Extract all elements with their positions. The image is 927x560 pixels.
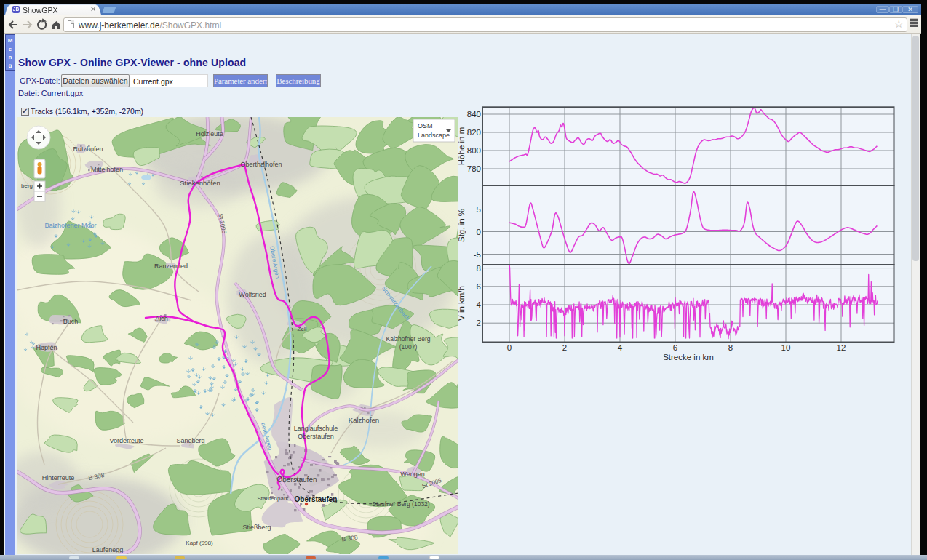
- svg-text:Oberstaufen: Oberstaufen: [298, 433, 334, 440]
- svg-text:800: 800: [467, 146, 481, 155]
- svg-text:12: 12: [837, 343, 846, 352]
- svg-text:Oberstaufen: Oberstaufen: [276, 476, 317, 484]
- svg-text:OSM: OSM: [418, 122, 433, 129]
- svg-text:Ranzenried: Ranzenried: [154, 263, 188, 270]
- svg-text:4: 4: [477, 300, 482, 309]
- svg-text:2: 2: [562, 343, 567, 352]
- svg-text:Rutzhofen: Rutzhofen: [73, 145, 103, 153]
- svg-text:Laufenegg: Laufenegg: [92, 546, 124, 553]
- svg-text:(1007): (1007): [399, 343, 418, 351]
- svg-text:Zell: Zell: [298, 326, 307, 332]
- svg-text:8: 8: [477, 264, 481, 273]
- svg-text:V in km/h: V in km/h: [458, 286, 466, 321]
- svg-text:4: 4: [618, 343, 623, 352]
- svg-text:Saneberg: Saneberg: [176, 437, 204, 444]
- svg-text:0: 0: [507, 343, 512, 352]
- svg-text:2: 2: [477, 319, 481, 327]
- svg-text:Kalzhofner Berg: Kalzhofner Berg: [386, 335, 431, 343]
- svg-text:840: 840: [467, 110, 481, 119]
- svg-text:Oberthalhofen: Oberthalhofen: [240, 161, 282, 168]
- svg-text:780: 780: [467, 164, 481, 173]
- svg-text:5: 5: [477, 205, 481, 214]
- svg-text:Stg. in %: Stg. in %: [458, 209, 466, 242]
- svg-text:Höhe in m: Höhe in m: [458, 127, 466, 165]
- svg-text:Staufner Berg (1032): Staufner Berg (1032): [372, 500, 430, 508]
- svg-text:Strecke in km: Strecke in km: [663, 353, 714, 361]
- svg-text:10: 10: [781, 343, 791, 352]
- svg-text:Mittelhofen: Mittelhofen: [91, 166, 123, 173]
- svg-text:0: 0: [477, 228, 481, 236]
- svg-text:Buch: Buch: [63, 318, 79, 325]
- svg-text:Balzhofener Moor: Balzhofener Moor: [44, 222, 96, 229]
- svg-text:Hinterreute: Hinterreute: [42, 474, 75, 481]
- svg-text:6: 6: [477, 282, 481, 291]
- svg-text:Hopfen: Hopfen: [36, 344, 57, 351]
- svg-text:Aich: Aich: [155, 315, 168, 322]
- svg-text:Kapf (998): Kapf (998): [186, 540, 213, 546]
- svg-text:Vorderreute: Vorderreute: [109, 437, 143, 444]
- svg-text:Kalzhofen: Kalzhofen: [349, 416, 379, 424]
- svg-text:6: 6: [673, 343, 677, 352]
- svg-text:Stiekenhofen: Stiekenhofen: [180, 179, 220, 187]
- svg-text:Holzleute: Holzleute: [196, 130, 223, 137]
- svg-text:Staufenpark: Staufenpark: [257, 495, 289, 502]
- svg-text:Wengen: Wengen: [400, 471, 424, 478]
- svg-text:Landscape: Landscape: [418, 132, 450, 139]
- svg-text:Oberstaufen: Oberstaufen: [295, 495, 338, 503]
- svg-text:820: 820: [467, 128, 481, 137]
- svg-text:Stießberg: Stießberg: [242, 524, 271, 531]
- svg-text:Langlaufschule: Langlaufschule: [294, 425, 338, 432]
- svg-text:8: 8: [728, 343, 733, 352]
- svg-text:-5: -5: [474, 250, 481, 259]
- svg-text:Wolfsried: Wolfsried: [239, 291, 266, 298]
